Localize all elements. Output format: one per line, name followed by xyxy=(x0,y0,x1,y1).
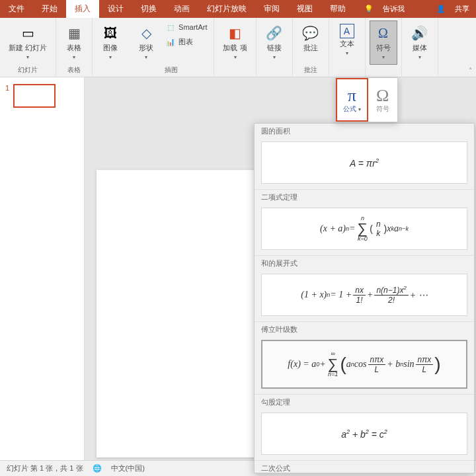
group-table-label: 表格 xyxy=(67,65,81,76)
addin-icon: ◧ xyxy=(226,24,245,42)
tab-animations[interactable]: 动画 xyxy=(165,0,198,18)
eq-item-expansion[interactable]: (1 + x)n = 1 + nx1! + n(n−1)x22! + ⋯ xyxy=(261,274,467,316)
eq-item-pythagoras[interactable]: a2 + b2 = c2 xyxy=(261,413,467,455)
new-slide-button[interactable]: ▭ 新建 幻灯片▾ xyxy=(4,20,52,65)
shapes-button[interactable]: ◇ 形状▾ xyxy=(132,20,160,65)
tab-design[interactable]: 设计 xyxy=(99,0,132,18)
addin-label: 加载 项 xyxy=(223,44,247,52)
pi-icon: π xyxy=(348,86,356,106)
tellme-icon: 💡 xyxy=(364,5,374,13)
eq-item-circle-area[interactable]: A = πr2 xyxy=(261,141,467,184)
shapes-label: 形状 xyxy=(139,44,153,52)
tab-help[interactable]: 帮助 xyxy=(321,0,354,18)
symbol-label: 符号 xyxy=(376,44,391,52)
equation-item-label: 公式 xyxy=(343,105,356,112)
eq-section-binomial: 二项式定理 xyxy=(255,189,474,205)
comment-label: 批注 xyxy=(303,44,318,52)
tab-transitions[interactable]: 切换 xyxy=(132,0,165,18)
image-icon: 🖼 xyxy=(101,24,120,42)
comment-button[interactable]: 💬 批注 xyxy=(297,20,325,56)
eq-item-binomial[interactable]: (x + a)n = n∑k=0 (nk) xkan−k xyxy=(261,208,467,250)
comment-icon: 💬 xyxy=(301,24,320,42)
new-slide-label: 新建 幻灯片 xyxy=(9,44,47,52)
text-icon: A xyxy=(340,24,354,38)
group-illustrations-label: 插图 xyxy=(165,65,178,76)
group-comments-label: 批注 xyxy=(304,65,317,76)
tab-review[interactable]: 审阅 xyxy=(255,0,288,18)
share-icon: 👤 xyxy=(436,5,446,13)
media-icon: 🔊 xyxy=(411,24,429,42)
thumb-number: 1 xyxy=(5,84,9,108)
tab-view[interactable]: 视图 xyxy=(288,0,321,18)
smartart-button[interactable]: ⬚SmartArt xyxy=(163,20,210,34)
image-label: 图像 xyxy=(103,44,118,52)
symbol-item[interactable]: Ω 符号 xyxy=(368,78,398,122)
eq-section-expansion: 和的展开式 xyxy=(255,255,474,271)
group-slides-label: 幻灯片 xyxy=(18,65,38,76)
smartart-icon: ⬚ xyxy=(165,22,176,32)
slide-thumbnails-pane: 1 xyxy=(0,77,85,460)
ribbon: ▭ 新建 幻灯片▾ 幻灯片 ▦ 表格▾ 表格 🖼 图像▾ ◇ 形状▾ xyxy=(0,18,476,77)
link-icon: 🔗 xyxy=(265,24,284,42)
slide[interactable] xyxy=(97,170,255,457)
text-button[interactable]: A 文本▾ xyxy=(333,20,361,61)
tellme-button[interactable]: 告诉我 xyxy=(383,4,405,14)
chart-icon: 📊 xyxy=(165,36,176,47)
symbol-button[interactable]: Ω 符号▾ xyxy=(370,20,397,65)
addin-button[interactable]: ◧ 加载 项▾ xyxy=(218,20,251,65)
tab-file[interactable]: 文件 xyxy=(0,0,33,18)
equation-gallery: 圆的面积 A = πr2 二项式定理 (x + a)n = n∑k=0 (nk)… xyxy=(254,123,475,473)
link-label: 链接 xyxy=(267,44,282,52)
status-slide-counter: 幻灯片 第 1 张，共 1 张 xyxy=(7,463,83,473)
eq-section-fourier: 傅立叶级数 xyxy=(255,321,474,337)
table-icon: ▦ xyxy=(65,24,83,42)
symbol-item-label: 符号 xyxy=(376,104,389,114)
image-button[interactable]: 🖼 图像▾ xyxy=(97,20,124,65)
eq-section-quadratic: 二次公式 xyxy=(255,460,474,473)
tab-bar: 文件 开始 插入 设计 切换 动画 幻灯片放映 审阅 视图 帮助 💡 告诉我 👤… xyxy=(0,0,476,18)
link-button[interactable]: 🔗 链接▾ xyxy=(260,20,288,65)
tab-slideshow[interactable]: 幻灯片放映 xyxy=(198,0,255,18)
media-button[interactable]: 🔊 媒体▾ xyxy=(406,20,434,65)
omega-icon-2: Ω xyxy=(376,86,389,106)
table-label: 表格 xyxy=(67,44,81,52)
omega-icon: Ω xyxy=(374,24,393,42)
share-button[interactable]: 共享 xyxy=(455,4,469,14)
collapse-ribbon-button[interactable]: ˄ xyxy=(469,67,472,74)
eq-item-fourier[interactable]: f(x) = a0 + ∞∑n=1 (an cosnπxL + bn sinnπ… xyxy=(261,340,467,389)
smartart-label: SmartArt xyxy=(178,23,207,31)
slide-thumbnail-1[interactable] xyxy=(13,84,56,108)
eq-section-pythagoras: 勾股定理 xyxy=(255,394,474,410)
tab-insert[interactable]: 插入 xyxy=(66,0,99,18)
status-language[interactable]: 中文(中国) xyxy=(111,463,145,473)
text-label: 文本 xyxy=(340,40,354,48)
status-lang-icon: 🌐 xyxy=(93,464,102,473)
tab-home[interactable]: 开始 xyxy=(33,0,66,18)
symbol-dropdown: π 公式 ▾ Ω 符号 xyxy=(335,77,398,122)
equation-item[interactable]: π 公式 ▾ xyxy=(336,78,368,122)
chart-button[interactable]: 📊图表 xyxy=(163,35,210,48)
table-button[interactable]: ▦ 表格▾ xyxy=(60,20,88,65)
chart-label: 图表 xyxy=(178,37,193,47)
shapes-icon: ◇ xyxy=(137,24,155,42)
media-label: 媒体 xyxy=(413,44,427,52)
new-slide-icon: ▭ xyxy=(19,24,37,42)
eq-section-circle: 圆的面积 xyxy=(255,124,474,139)
